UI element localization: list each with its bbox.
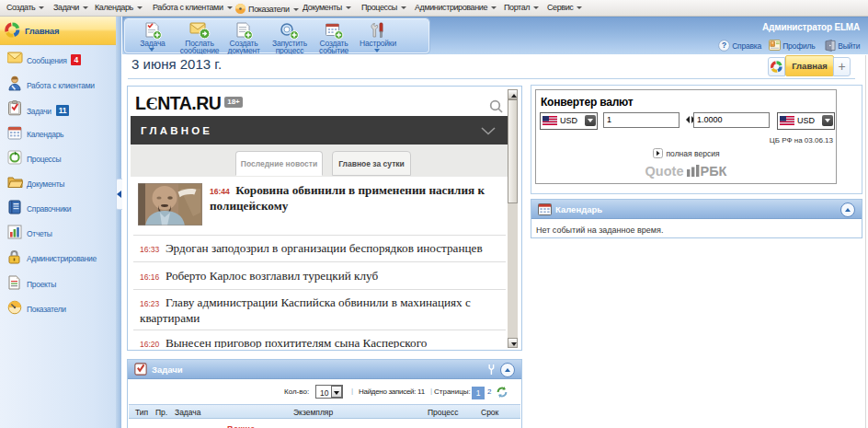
svg-text:?: ?: [722, 40, 726, 50]
